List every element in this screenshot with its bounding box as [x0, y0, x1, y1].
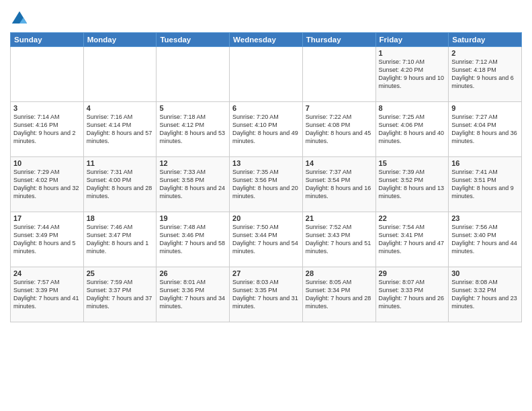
logo-icon: [10, 9, 29, 28]
page: SundayMondayTuesdayWednesdayThursdayFrid…: [0, 0, 532, 411]
header: [10, 7, 522, 28]
day-number: 20: [232, 214, 300, 222]
week-row-2: 3Sunrise: 7:14 AM Sunset: 4:16 PM Daylig…: [11, 102, 522, 157]
day-number: 1: [379, 49, 446, 57]
day-cell: 9Sunrise: 7:27 AM Sunset: 4:04 PM Daylig…: [449, 102, 522, 157]
day-info: Sunrise: 7:37 AM Sunset: 3:54 PM Dayligh…: [306, 168, 373, 201]
day-info: Sunrise: 7:25 AM Sunset: 4:06 PM Dayligh…: [379, 113, 446, 146]
day-info: Sunrise: 7:56 AM Sunset: 3:40 PM Dayligh…: [451, 223, 519, 256]
day-number: 21: [306, 214, 373, 222]
day-info: Sunrise: 8:07 AM Sunset: 3:33 PM Dayligh…: [379, 278, 446, 311]
week-row-3: 10Sunrise: 7:29 AM Sunset: 4:02 PM Dayli…: [11, 157, 522, 212]
day-number: 12: [159, 159, 226, 167]
day-info: Sunrise: 7:22 AM Sunset: 4:08 PM Dayligh…: [306, 113, 373, 146]
day-number: 4: [87, 104, 154, 112]
day-cell: 11Sunrise: 7:31 AM Sunset: 4:00 PM Dayli…: [83, 157, 157, 212]
day-number: 6: [232, 104, 300, 112]
day-cell: 10Sunrise: 7:29 AM Sunset: 4:02 PM Dayli…: [11, 157, 84, 212]
day-cell: 30Sunrise: 8:08 AM Sunset: 3:32 PM Dayli…: [449, 267, 522, 322]
day-cell: 2Sunrise: 7:12 AM Sunset: 4:18 PM Daylig…: [449, 47, 522, 102]
day-cell: 25Sunrise: 7:59 AM Sunset: 3:37 PM Dayli…: [83, 267, 157, 322]
day-info: Sunrise: 7:39 AM Sunset: 3:52 PM Dayligh…: [379, 168, 446, 201]
day-number: 17: [13, 214, 81, 222]
day-info: Sunrise: 8:05 AM Sunset: 3:34 PM Dayligh…: [306, 278, 373, 311]
day-number: 5: [159, 104, 226, 112]
day-cell: 28Sunrise: 8:05 AM Sunset: 3:34 PM Dayli…: [302, 267, 375, 322]
day-cell: [230, 47, 303, 102]
calendar: SundayMondayTuesdayWednesdayThursdayFrid…: [10, 32, 522, 322]
day-cell: 6Sunrise: 7:20 AM Sunset: 4:10 PM Daylig…: [230, 102, 303, 157]
day-cell: 23Sunrise: 7:56 AM Sunset: 3:40 PM Dayli…: [449, 212, 522, 267]
day-cell: 3Sunrise: 7:14 AM Sunset: 4:16 PM Daylig…: [11, 102, 84, 157]
day-info: Sunrise: 7:35 AM Sunset: 3:56 PM Dayligh…: [232, 168, 300, 201]
day-info: Sunrise: 7:57 AM Sunset: 3:39 PM Dayligh…: [13, 278, 81, 311]
day-number: 25: [87, 269, 154, 277]
day-cell: [11, 47, 84, 102]
day-info: Sunrise: 7:27 AM Sunset: 4:04 PM Dayligh…: [451, 113, 519, 146]
day-cell: 21Sunrise: 7:52 AM Sunset: 3:43 PM Dayli…: [302, 212, 375, 267]
week-row-5: 24Sunrise: 7:57 AM Sunset: 3:39 PM Dayli…: [11, 267, 522, 322]
day-info: Sunrise: 7:44 AM Sunset: 3:49 PM Dayligh…: [13, 223, 81, 256]
day-cell: 18Sunrise: 7:46 AM Sunset: 3:47 PM Dayli…: [83, 212, 157, 267]
day-cell: 8Sunrise: 7:25 AM Sunset: 4:06 PM Daylig…: [375, 102, 449, 157]
day-info: Sunrise: 7:31 AM Sunset: 4:00 PM Dayligh…: [87, 168, 154, 201]
day-info: Sunrise: 7:54 AM Sunset: 3:41 PM Dayligh…: [379, 223, 446, 256]
day-info: Sunrise: 7:48 AM Sunset: 3:46 PM Dayligh…: [159, 223, 226, 256]
day-number: 15: [379, 159, 446, 167]
day-cell: 20Sunrise: 7:50 AM Sunset: 3:44 PM Dayli…: [230, 212, 303, 267]
day-cell: 26Sunrise: 8:01 AM Sunset: 3:36 PM Dayli…: [157, 267, 230, 322]
day-cell: 16Sunrise: 7:41 AM Sunset: 3:51 PM Dayli…: [449, 157, 522, 212]
day-number: 13: [232, 159, 300, 167]
day-cell: 1Sunrise: 7:10 AM Sunset: 4:20 PM Daylig…: [375, 47, 449, 102]
day-number: 23: [451, 214, 519, 222]
day-number: 11: [87, 159, 154, 167]
day-info: Sunrise: 7:18 AM Sunset: 4:12 PM Dayligh…: [159, 113, 226, 146]
weekday-header-friday: Friday: [375, 33, 449, 47]
day-info: Sunrise: 7:46 AM Sunset: 3:47 PM Dayligh…: [87, 223, 154, 256]
day-number: 9: [451, 104, 519, 112]
week-row-4: 17Sunrise: 7:44 AM Sunset: 3:49 PM Dayli…: [11, 212, 522, 267]
day-number: 27: [232, 269, 300, 277]
day-number: 19: [159, 214, 226, 222]
day-info: Sunrise: 8:08 AM Sunset: 3:32 PM Dayligh…: [451, 278, 519, 311]
weekday-header-monday: Monday: [83, 33, 157, 47]
day-info: Sunrise: 7:50 AM Sunset: 3:44 PM Dayligh…: [232, 223, 300, 256]
day-number: 18: [87, 214, 154, 222]
weekday-header-thursday: Thursday: [302, 33, 375, 47]
weekday-header-wednesday: Wednesday: [230, 33, 303, 47]
day-number: 14: [306, 159, 373, 167]
day-info: Sunrise: 8:01 AM Sunset: 3:36 PM Dayligh…: [159, 278, 226, 311]
day-number: 3: [13, 104, 81, 112]
day-number: 24: [13, 269, 81, 277]
day-number: 26: [159, 269, 226, 277]
day-info: Sunrise: 7:20 AM Sunset: 4:10 PM Dayligh…: [232, 113, 300, 146]
day-number: 8: [379, 104, 446, 112]
day-info: Sunrise: 7:12 AM Sunset: 4:18 PM Dayligh…: [451, 58, 519, 91]
day-info: Sunrise: 7:59 AM Sunset: 3:37 PM Dayligh…: [87, 278, 154, 311]
day-info: Sunrise: 7:33 AM Sunset: 3:58 PM Dayligh…: [159, 168, 226, 201]
day-cell: 22Sunrise: 7:54 AM Sunset: 3:41 PM Dayli…: [375, 212, 449, 267]
day-info: Sunrise: 7:52 AM Sunset: 3:43 PM Dayligh…: [306, 223, 373, 256]
logo: [10, 9, 30, 28]
day-number: 29: [379, 269, 446, 277]
day-cell: [302, 47, 375, 102]
day-cell: [157, 47, 230, 102]
weekday-header-saturday: Saturday: [449, 33, 522, 47]
day-info: Sunrise: 7:16 AM Sunset: 4:14 PM Dayligh…: [87, 113, 154, 146]
day-cell: 27Sunrise: 8:03 AM Sunset: 3:35 PM Dayli…: [230, 267, 303, 322]
day-info: Sunrise: 7:29 AM Sunset: 4:02 PM Dayligh…: [13, 168, 81, 201]
day-cell: 24Sunrise: 7:57 AM Sunset: 3:39 PM Dayli…: [11, 267, 84, 322]
day-cell: 5Sunrise: 7:18 AM Sunset: 4:12 PM Daylig…: [157, 102, 230, 157]
day-number: 10: [13, 159, 81, 167]
day-info: Sunrise: 7:14 AM Sunset: 4:16 PM Dayligh…: [13, 113, 81, 146]
day-info: Sunrise: 8:03 AM Sunset: 3:35 PM Dayligh…: [232, 278, 300, 311]
day-cell: 14Sunrise: 7:37 AM Sunset: 3:54 PM Dayli…: [302, 157, 375, 212]
day-cell: 4Sunrise: 7:16 AM Sunset: 4:14 PM Daylig…: [83, 102, 157, 157]
day-cell: 19Sunrise: 7:48 AM Sunset: 3:46 PM Dayli…: [157, 212, 230, 267]
day-cell: 29Sunrise: 8:07 AM Sunset: 3:33 PM Dayli…: [375, 267, 449, 322]
day-number: 7: [306, 104, 373, 112]
day-cell: [83, 47, 157, 102]
day-cell: 12Sunrise: 7:33 AM Sunset: 3:58 PM Dayli…: [157, 157, 230, 212]
day-number: 30: [451, 269, 519, 277]
day-info: Sunrise: 7:10 AM Sunset: 4:20 PM Dayligh…: [379, 58, 446, 91]
